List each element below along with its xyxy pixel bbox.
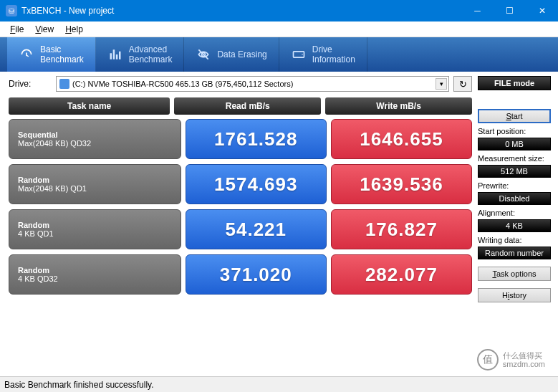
menu-view[interactable]: View: [29, 24, 59, 34]
menu-file[interactable]: File: [4, 24, 29, 34]
read-value: 54.221: [186, 209, 327, 249]
refresh-icon: ↻: [459, 79, 467, 90]
start-position-label: Start position:: [478, 127, 551, 135]
main-panel: Drive: (C:) NVMe TOSHIBA-RC500 465.13 GB…: [0, 72, 478, 302]
bench-row: Random 4 KB QD32 371.020 282.077: [9, 254, 472, 295]
read-value: 1761.528: [186, 119, 327, 159]
status-text: Basic Benchmark finished successfully.: [4, 380, 154, 390]
app-icon: ⛁: [6, 5, 17, 16]
gauge-icon: [19, 47, 34, 62]
header-task: Task name: [9, 97, 170, 115]
prewrite-label: Prewrite:: [478, 181, 551, 190]
minimize-button[interactable]: ─: [461, 0, 494, 21]
alignment-label: Alignment:: [478, 209, 551, 217]
write-value: 1646.655: [331, 119, 472, 159]
refresh-button[interactable]: ↻: [453, 76, 472, 92]
window-title: TxBENCH - New project: [21, 6, 461, 16]
watermark-icon: 值: [477, 349, 499, 371]
file-mode-button[interactable]: FILE mode: [478, 76, 551, 90]
bench-row: Sequential Max(2048 KB) QD32 1761.528 16…: [9, 119, 472, 159]
tab-data-erasing[interactable]: Data Erasing: [184, 37, 279, 72]
read-value: 371.020: [186, 254, 327, 295]
measurement-size-label: Measurement size:: [478, 154, 551, 163]
task-random-4k-qd1[interactable]: Random 4 KB QD1: [9, 209, 181, 249]
side-panel: FILE mode Start Start position: 0 MB Mea…: [478, 72, 558, 302]
tab-basic-benchmark[interactable]: BasicBenchmark: [7, 37, 96, 72]
bench-row: Random 4 KB QD1 54.221 176.827: [9, 209, 472, 249]
drive-label: Drive:: [9, 79, 52, 89]
read-value: 1574.693: [186, 164, 327, 204]
menu-help[interactable]: Help: [59, 24, 89, 34]
tab-label: AdvancedBenchmark: [129, 44, 173, 64]
task-random-4k-qd32[interactable]: Random 4 KB QD32: [9, 254, 181, 295]
tab-label: Data Erasing: [217, 49, 266, 59]
drive-info-icon: [291, 47, 307, 62]
status-bar: Basic Benchmark finished successfully.: [0, 376, 558, 392]
write-value: 176.827: [331, 209, 472, 249]
disk-icon: [59, 79, 69, 89]
task-options-button[interactable]: Task options: [478, 267, 551, 281]
history-button[interactable]: History: [478, 288, 551, 302]
tab-drive-information[interactable]: DriveInformation: [279, 37, 367, 72]
chevron-down-icon: ▾: [436, 78, 447, 90]
watermark: 值 什么值得买 smzdm.com: [477, 349, 545, 371]
tab-label: BasicBenchmark: [40, 44, 84, 64]
header-write: Write mB/s: [325, 97, 472, 115]
start-button[interactable]: Start: [478, 109, 551, 123]
bars-icon: [107, 47, 123, 62]
tab-advanced-benchmark[interactable]: AdvancedBenchmark: [96, 37, 185, 72]
task-random-max-qd1[interactable]: Random Max(2048 KB) QD1: [9, 164, 181, 204]
drive-value: (C:) NVMe TOSHIBA-RC500 465.13 GB (975,4…: [72, 80, 293, 88]
bench-row: Random Max(2048 KB) QD1 1574.693 1639.53…: [9, 164, 472, 204]
write-value: 1639.536: [331, 164, 472, 204]
titlebar: ⛁ TxBENCH - New project ─ ☐ ✕: [0, 0, 558, 21]
writing-data-label: Writing data:: [478, 236, 551, 244]
measurement-size-value: 512 MB: [478, 165, 551, 178]
maximize-button[interactable]: ☐: [494, 0, 526, 21]
svg-point-1: [302, 54, 303, 55]
start-position-value: 0 MB: [478, 138, 551, 150]
task-sequential-qd32[interactable]: Sequential Max(2048 KB) QD32: [9, 119, 181, 159]
tab-label: DriveInformation: [312, 44, 355, 64]
drive-select[interactable]: (C:) NVMe TOSHIBA-RC500 465.13 GB (975,4…: [56, 76, 449, 92]
prewrite-value: Disabled: [478, 192, 551, 205]
menubar: File View Help: [0, 21, 558, 37]
erase-icon: [196, 47, 211, 62]
header-read: Read mB/s: [174, 97, 321, 115]
tabs-bar: BasicBenchmark AdvancedBenchmark Data Er…: [0, 37, 558, 72]
writing-data-value: Random number: [478, 247, 551, 259]
alignment-value: 4 KB: [478, 219, 551, 232]
table-header: Task name Read mB/s Write mB/s: [9, 97, 472, 115]
close-button[interactable]: ✕: [526, 0, 558, 21]
write-value: 282.077: [331, 254, 472, 295]
